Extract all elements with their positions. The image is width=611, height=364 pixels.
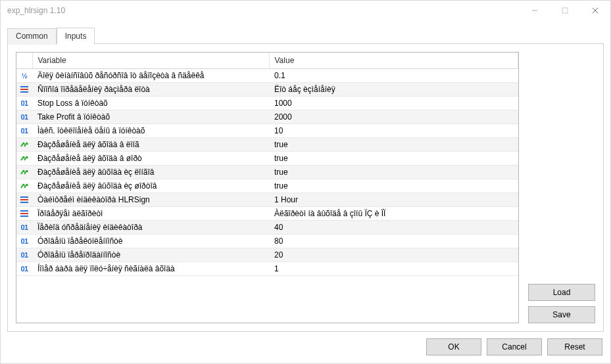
row-type-icon-cell: 01 (16, 221, 32, 235)
enum-type-icon (19, 84, 30, 95)
row-type-icon-cell: 01 (16, 110, 32, 124)
variable-cell: Ïðîâåðÿåì àëãîðèòì (32, 207, 269, 221)
bool-type-icon (19, 167, 30, 177)
value-cell[interactable]: 20 (269, 248, 518, 262)
svg-rect-1 (562, 8, 568, 13)
value-cell[interactable]: 1 (269, 262, 518, 276)
variable-cell: Take Profit â ïóíêòàõ (32, 110, 269, 124)
table-row[interactable]: 01Ïåðèîä óñðåäíåíèÿ èíäèêàòîðà40 (16, 221, 518, 235)
variable-cell: Òàéìôðåéì èíäèêàòîðà HLRSign (32, 193, 269, 207)
variable-cell: Íîìåð áàðà äëÿ ïîëó÷åíèÿ ñèãíàëà âõîäà (32, 262, 269, 276)
int-type-icon: 01 (19, 222, 30, 233)
row-type-icon-cell (16, 166, 32, 179)
save-button[interactable]: Save (528, 306, 595, 323)
value-cell[interactable]: 80 (269, 235, 518, 248)
maximize-button[interactable] (550, 1, 580, 20)
variable-cell: Ðàçðåøåíèå äëÿ âõîäà â ëîíã (32, 138, 269, 152)
int-type-icon: 01 (19, 125, 30, 136)
variable-cell: Stop Loss â ïóíêòàõ (32, 97, 269, 110)
minimize-button[interactable] (520, 1, 550, 20)
table-row[interactable]: 01Ìàêñ. îòêëîíåíèå öåíû â ïóíêòàõ10 (16, 124, 518, 138)
tab-strip: Common Inputs (7, 27, 604, 43)
value-cell[interactable]: 1000 (269, 97, 518, 110)
table-row[interactable]: Ñïîñîá îïðåäåëåíèÿ ðàçìåðà ëîòàËîò áåç è… (16, 83, 518, 97)
close-button[interactable] (580, 1, 610, 20)
column-header-value[interactable]: Value (269, 53, 518, 69)
enum-type-icon (19, 208, 30, 219)
value-cell[interactable]: true (269, 166, 518, 179)
variable-cell: Ñïîñîá îïðåäåëåíèÿ ðàçìåðà ëîòà (32, 83, 269, 97)
variable-cell: Ìàêñ. îòêëîíåíèå öåíû â ïóíêòàõ (32, 124, 269, 138)
content-area: Common Inputs Variable Value (1, 20, 610, 332)
window-buttons (520, 1, 610, 20)
cancel-button[interactable]: Cancel (487, 338, 542, 355)
reset-button[interactable]: Reset (547, 338, 602, 355)
table-row[interactable]: 01Stop Loss â ïóíêòàõ1000 (16, 97, 518, 110)
table-row[interactable]: ½Äîëÿ ôèíàíñîâûõ ðåñóðñîâ îò äåïîçèòà â … (16, 69, 518, 83)
column-header-icon[interactable] (16, 53, 32, 69)
bool-type-icon (19, 181, 30, 191)
tab-inputs[interactable]: Inputs (57, 28, 95, 44)
variable-cell: Ïåðèîä óñðåäíåíèÿ èíäèêàòîðà (32, 221, 269, 235)
row-type-icon-cell (16, 193, 32, 207)
int-type-icon: 01 (19, 236, 30, 246)
column-header-variable[interactable]: Variable (32, 53, 269, 69)
side-buttons: Load Save (528, 52, 595, 323)
double-type-icon: ½ (19, 70, 30, 81)
row-type-icon-cell: 01 (16, 97, 32, 110)
row-type-icon-cell (16, 179, 32, 193)
row-type-icon-cell: 01 (16, 124, 32, 138)
value-cell[interactable]: Ëîò áåç èçìåíåíèÿ (269, 83, 518, 97)
inputs-grid: Variable Value ½Äîëÿ ôèíàíñîâûõ ðåñóðñîâ… (16, 52, 519, 323)
value-cell[interactable]: 40 (269, 221, 518, 235)
int-type-icon: 01 (19, 250, 30, 260)
tab-panel-inputs: Variable Value ½Äîëÿ ôèíàíñîâûõ ðåñóðñîâ… (7, 43, 604, 332)
value-cell[interactable]: true (269, 152, 518, 166)
ok-button[interactable]: OK (426, 338, 481, 355)
table-row[interactable]: Ðàçðåøåíèå äëÿ âõîäà â øîðòtrue (16, 152, 518, 166)
tab-common[interactable]: Common (7, 28, 57, 45)
load-button[interactable]: Load (528, 284, 595, 301)
table-row[interactable]: 01Íîìåð áàðà äëÿ ïîëó÷åíèÿ ñèãíàëà âõîäà… (16, 262, 518, 276)
row-type-icon-cell (16, 152, 32, 166)
row-type-icon-cell (16, 83, 32, 97)
value-cell[interactable]: 2000 (269, 110, 518, 124)
titlebar: exp_hlrsign 1.10 (1, 1, 610, 20)
int-type-icon: 01 (19, 112, 30, 122)
dialog-footer: OK Cancel Reset (1, 332, 610, 363)
variable-cell: Ðàçðåøåíèå äëÿ âûõîäà èç ëîíãîâ (32, 166, 269, 179)
table-row[interactable]: Ïðîâåðÿåì àëãîðèòìÀëãîðèòì íà âûõîäå â ç… (16, 207, 518, 221)
bool-type-icon (19, 139, 30, 150)
row-type-icon-cell (16, 138, 32, 152)
row-type-icon-cell: 01 (16, 248, 32, 262)
variable-cell: Ðàçðåøåíèå äëÿ âõîäà â øîðò (32, 152, 269, 166)
window-title: exp_hlrsign 1.10 (7, 6, 65, 15)
variable-cell: Äîëÿ ôèíàíñîâûõ ðåñóðñîâ îò äåïîçèòà â ñ… (32, 69, 269, 83)
value-cell[interactable]: true (269, 179, 518, 193)
row-type-icon-cell: 01 (16, 262, 32, 276)
value-cell[interactable]: 1 Hour (269, 193, 518, 207)
int-type-icon: 01 (19, 98, 30, 108)
value-cell[interactable]: 10 (269, 124, 518, 138)
table-row[interactable]: 01Óðîâåíü ïåðåïðîäàííîñòè20 (16, 248, 518, 262)
row-type-icon-cell: ½ (16, 69, 32, 83)
table-row[interactable]: 01Take Profit â ïóíêòàõ2000 (16, 110, 518, 124)
table-row[interactable]: Òàéìôðåéì èíäèêàòîðà HLRSign1 Hour (16, 193, 518, 207)
int-type-icon: 01 (19, 263, 30, 274)
bool-type-icon (19, 153, 30, 164)
table-row[interactable]: 01Óðîâåíü ïåðåêóïëåííîñòè80 (16, 235, 518, 248)
row-type-icon-cell (16, 207, 32, 221)
value-cell[interactable]: Àëãîðèòì íà âûõîäå â çîíû ÏÇ è ÏÏ (269, 207, 518, 221)
table-row[interactable]: Ðàçðåøåíèå äëÿ âûõîäà èç ëîíãîâtrue (16, 166, 518, 179)
dialog-window: exp_hlrsign 1.10 Common Inputs (0, 0, 611, 364)
table-row[interactable]: Ðàçðåøåíèå äëÿ âõîäà â ëîíãtrue (16, 138, 518, 152)
variable-cell: Óðîâåíü ïåðåêóïëåííîñòè (32, 235, 269, 248)
table-row[interactable]: Ðàçðåøåíèå äëÿ âûõîäà èç øîðòîâtrue (16, 179, 518, 193)
value-cell[interactable]: true (269, 138, 518, 152)
row-type-icon-cell: 01 (16, 235, 32, 248)
enum-type-icon (19, 194, 30, 205)
variable-cell: Ðàçðåøåíèå äëÿ âûõîäà èç øîðòîâ (32, 179, 269, 193)
value-cell[interactable]: 0.1 (269, 69, 518, 83)
variable-cell: Óðîâåíü ïåðåïðîäàííîñòè (32, 248, 269, 262)
